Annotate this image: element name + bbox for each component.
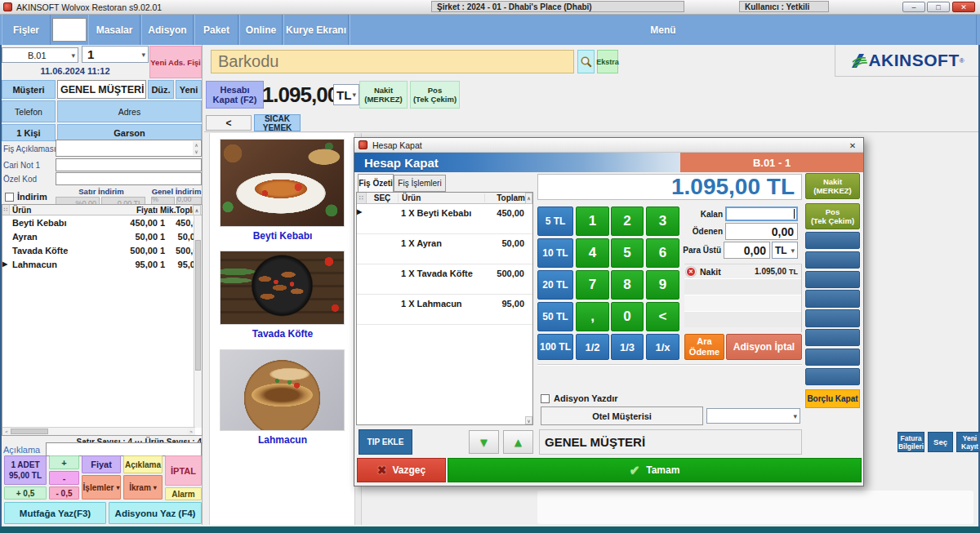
side-payment-button-empty[interactable]: [805, 349, 860, 366]
numpad-5-key[interactable]: 5: [611, 238, 644, 268]
side-payment-button-empty[interactable]: [805, 232, 860, 249]
comment-input[interactable]: [46, 442, 202, 456]
otel-musterisi-button[interactable]: Otel Müşterisi: [541, 406, 703, 425]
product-label[interactable]: Tavada Köfte: [210, 328, 355, 340]
order-print-button[interactable]: Adisyonu Yaz (F4): [109, 502, 202, 524]
currency-select[interactable]: TL ▾: [333, 84, 359, 105]
numpad-0-key[interactable]: 0: [611, 302, 644, 331]
borclu-kapat-button[interactable]: Borçlu Kapat: [805, 389, 860, 408]
numpad-4-key[interactable]: 4: [576, 238, 609, 268]
fraction-x-key[interactable]: 1/x: [646, 334, 679, 360]
numpad-2-key[interactable]: 2: [611, 207, 644, 236]
slip-note-input[interactable]: ∧ ∨: [56, 140, 202, 157]
minus-half-button[interactable]: - 0,5: [49, 486, 79, 500]
search-button[interactable]: [577, 50, 595, 73]
adisyon-iptal-button[interactable]: Adisyon İptal: [726, 334, 802, 360]
plus-button[interactable]: +: [49, 455, 79, 469]
special-code-input[interactable]: [56, 172, 202, 185]
order-number-select[interactable]: 1 ▾: [82, 46, 149, 63]
table-row[interactable]: Ayran50,00150,0: [2, 229, 202, 243]
table-select[interactable]: B.01 ▾: [2, 47, 78, 63]
menu-fisler[interactable]: Fişler: [2, 15, 51, 45]
side-payment-button-empty[interactable]: [805, 290, 860, 307]
persons-button[interactable]: 1 Kişi: [2, 124, 56, 141]
fraction-half-key[interactable]: 1/2: [576, 334, 609, 360]
customer-new-button[interactable]: Yeni: [176, 80, 202, 99]
plus-half-button[interactable]: + 0,5: [4, 486, 47, 500]
product-label[interactable]: Lahmacun: [210, 434, 355, 446]
scroll-down-icon[interactable]: ∨: [525, 416, 532, 424]
side-pos-button[interactable]: Pos (Tek Çekim): [805, 203, 860, 229]
product-image-tavada-kofte[interactable]: [220, 251, 345, 325]
scrollbar-thumb[interactable]: [195, 240, 201, 371]
hotel-customer-select[interactable]: ▾: [706, 408, 800, 424]
numpad-7-key[interactable]: 7: [576, 270, 609, 300]
alarm-button[interactable]: Alarm: [165, 487, 202, 500]
close-button[interactable]: ✕: [952, 2, 975, 12]
vertical-scrollbar[interactable]: [194, 215, 202, 428]
denom-50tl-key[interactable]: 50 TL: [537, 302, 573, 331]
numpad-9-key[interactable]: 9: [646, 270, 679, 300]
product-label[interactable]: Beyti Kebabı: [210, 230, 355, 242]
pos-payment-button[interactable]: Pos (Tek Çekim): [410, 81, 460, 109]
cancel-button[interactable]: İPTAL: [165, 455, 202, 486]
side-payment-button-empty[interactable]: [805, 368, 860, 385]
receipt-row[interactable]: 1 X Lahmacun95,00: [357, 295, 532, 325]
col-product[interactable]: Ürün: [10, 206, 113, 215]
phone-button[interactable]: Telefon: [2, 100, 56, 122]
side-payment-button-empty[interactable]: [805, 329, 860, 346]
treat-button[interactable]: İkram ▾: [123, 475, 163, 500]
payment-row[interactable]: ✕ Nakit 1.095,00 TL: [684, 264, 801, 278]
para-ustu-currency-select[interactable]: TL ▾: [772, 242, 798, 259]
receipt-row[interactable]: ▶1 X Beyti Kebabı450,00: [357, 204, 532, 234]
product-image-lahmacun[interactable]: [220, 349, 345, 431]
side-nakit-button[interactable]: Nakit (MERKEZ): [805, 173, 860, 199]
customer-edit-button[interactable]: Düz.: [148, 80, 174, 99]
quantity-button[interactable]: 1 ADET 95,00 TL: [4, 455, 47, 485]
receipt-row[interactable]: 1 X Ayran50,00: [357, 234, 532, 264]
address-button[interactable]: Adres: [57, 100, 202, 122]
barcode-input[interactable]: Barkodu: [211, 50, 574, 73]
numpad-comma-key[interactable]: ,: [576, 302, 609, 331]
side-payment-button-empty[interactable]: [805, 271, 860, 288]
remove-payment-icon[interactable]: ✕: [686, 267, 696, 277]
dialog-close-icon[interactable]: ✕: [847, 140, 858, 151]
adisyon-yazdir-checkbox[interactable]: [541, 394, 550, 403]
scroll-up-icon[interactable]: ∧: [525, 193, 532, 204]
col-qty[interactable]: Mik.: [158, 206, 176, 215]
tab-fis-ozeti[interactable]: Fiş Özeti: [358, 174, 394, 192]
move-down-button[interactable]: ▼: [469, 430, 499, 454]
numpad-1-key[interactable]: 1: [576, 207, 609, 236]
account-note-input[interactable]: [56, 158, 202, 171]
side-payment-button-empty[interactable]: [805, 251, 860, 269]
product-image-beyti-kebabi[interactable]: [220, 139, 345, 227]
col-sec[interactable]: SEÇ: [367, 193, 398, 202]
vazgec-button[interactable]: ✖ Vazgeç: [357, 458, 446, 482]
scroll-up-icon[interactable]: ∧: [193, 205, 201, 215]
scrollbar-thumb[interactable]: [11, 429, 48, 434]
receipt-row[interactable]: 1 X Tavada Köfte500,00: [357, 264, 532, 295]
denom-5tl-key[interactable]: 5 TL: [537, 207, 573, 236]
kalan-input[interactable]: [725, 207, 798, 221]
move-up-button[interactable]: ▲: [503, 430, 533, 454]
kitchen-print-button[interactable]: Mutfağa Yaz(F3): [4, 502, 106, 524]
customer-input[interactable]: GENEL MÜŞTERİ: [57, 80, 146, 99]
fraction-third-key[interactable]: 1/3: [611, 334, 644, 360]
category-back-button[interactable]: <: [206, 115, 252, 131]
minus-button[interactable]: -: [49, 471, 79, 485]
category-tab-sicak-yemek[interactable]: SICAK YEMEK: [254, 114, 301, 131]
menu-online[interactable]: Online: [239, 15, 283, 45]
numpad-backspace-key[interactable]: <: [646, 302, 679, 331]
scroll-left-icon[interactable]: <: [2, 428, 11, 435]
sec-button[interactable]: Seç: [928, 432, 953, 452]
price-button[interactable]: Fiyat: [82, 455, 121, 473]
fatura-bilgileri-button[interactable]: Fatura Bilgileri: [898, 432, 924, 452]
table-row[interactable]: Tavada Köfte500,001500,0: [2, 243, 202, 257]
denom-100tl-key[interactable]: 100 TL: [537, 334, 573, 360]
menu-adisyon[interactable]: Adisyon: [141, 15, 194, 45]
spinner-down-icon[interactable]: ∨: [193, 148, 200, 155]
discount-checkbox[interactable]: [5, 193, 14, 202]
menu-masalar[interactable]: Masalar: [88, 15, 140, 45]
yeni-kayit-button[interactable]: Yeni Kayıt: [956, 432, 980, 452]
tab-fis-islemleri[interactable]: Fiş İşlemleri: [394, 175, 446, 192]
